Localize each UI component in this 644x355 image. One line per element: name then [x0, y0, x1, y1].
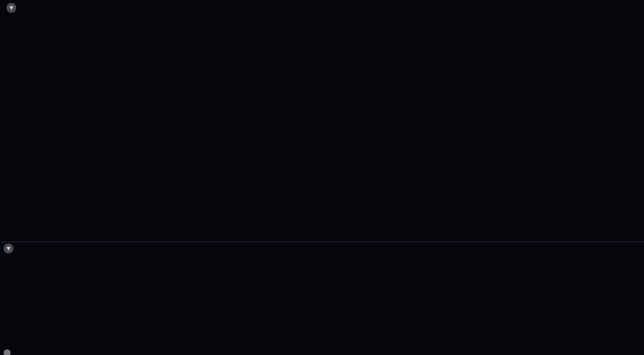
- chart-canvas[interactable]: [0, 0, 644, 355]
- sub-panel-header: ▼: [0, 241, 644, 255]
- indicator-header-bar: ▼: [0, 0, 644, 16]
- chevron-down-icon[interactable]: ▼: [6, 3, 16, 13]
- status-dot-icon: [4, 349, 11, 355]
- trading-app-window: ▼ ▼: [0, 0, 644, 355]
- chevron-down-icon[interactable]: ▼: [4, 244, 13, 253]
- status-row: [0, 349, 334, 355]
